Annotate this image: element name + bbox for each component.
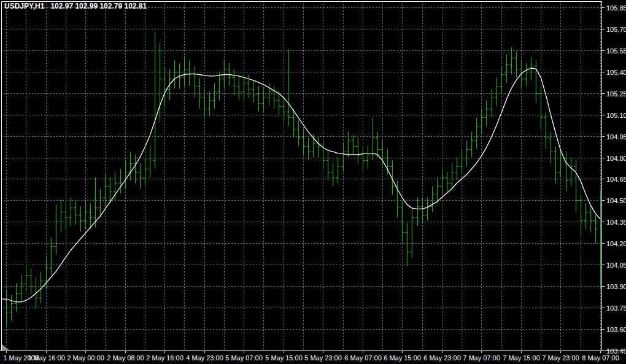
ohlc-bar [441, 169, 444, 195]
ohlc-bar [55, 204, 58, 255]
ohlc-bar [549, 132, 553, 163]
time-axis-label: 5 May 07:00 [225, 354, 263, 362]
ohlc-bar [238, 77, 241, 100]
time-axis-label: 4 May 23:00 [186, 354, 223, 362]
ohlc-bar [361, 146, 365, 172]
ohlc-bar [376, 132, 380, 158]
ohlc-bar [153, 32, 157, 169]
ohlc-bar [208, 91, 212, 116]
ohlc-bar [406, 223, 409, 266]
ohlc-bar [25, 265, 28, 292]
ohlc-bar [455, 158, 459, 180]
ohlc-bar [495, 77, 499, 106]
ohlc-bar [525, 63, 528, 86]
ohlc-bar [594, 215, 598, 244]
ohlc-bar [104, 175, 107, 206]
ohlc-bar [554, 146, 558, 184]
ohlc-bar [203, 89, 207, 118]
time-axis-label: 2 May 00:00 [67, 354, 104, 362]
ohlc-bar [535, 60, 538, 103]
time-axis-label: 1 May 16:00 [28, 354, 65, 362]
price-axis-label: 104.50 [606, 197, 626, 204]
price-chart-canvas[interactable]: 105.85105.70105.55105.40105.25105.10104.… [0, 0, 626, 364]
ohlc-bar [470, 132, 474, 158]
ohlc-bar [347, 132, 350, 158]
ohlc-bar [149, 146, 152, 177]
ohlc-bar [307, 137, 311, 160]
symbol-timeframe-label: USDJPY,H1 [4, 2, 44, 10]
ohlc-bar [336, 158, 340, 184]
ohlc-bar [574, 160, 578, 212]
ohlc-bar [342, 143, 346, 172]
ohlc-bar [183, 58, 187, 87]
ohlc-bar [198, 77, 202, 109]
chart-window: USDJPY,H1102.97 102.99 102.79 102.81 105… [0, 0, 626, 364]
ohlc-bar [386, 149, 390, 175]
ohlc-bar [505, 55, 509, 83]
time-axis-label: 2 May 16:00 [146, 354, 184, 362]
ohlc-bar [10, 295, 14, 320]
ohlc-bar [233, 69, 236, 95]
ohlc-bar [515, 52, 519, 77]
ohlc-bar [173, 60, 177, 89]
price-axis-label: 104.80 [606, 155, 626, 162]
ohlc-bar [302, 129, 306, 155]
ohlc-bar [436, 177, 439, 203]
ohlc-bar [460, 149, 464, 175]
ohlc-bar [74, 200, 78, 225]
time-axis-label: 6 May 15:00 [384, 354, 421, 362]
ohlc-bar [589, 206, 593, 232]
price-axis-label: 105.55 [606, 47, 626, 55]
ohlc-bar [193, 66, 197, 97]
ohlc-bar [20, 275, 23, 301]
ohlc-bar [450, 163, 454, 189]
moving-average-line [2, 68, 600, 302]
ohlc-bar [84, 200, 88, 229]
ohlc-bar [262, 89, 266, 112]
ohlc-bar [500, 66, 504, 95]
ohlc-bar [257, 86, 261, 112]
price-axis-label: 104.20 [606, 240, 626, 247]
ohlc-bar [544, 112, 548, 149]
ohlc-bar [331, 163, 335, 186]
time-axis-label: 5 May 15:00 [265, 354, 303, 362]
ohlc-bar [381, 141, 385, 166]
ohlc-bar [242, 74, 246, 100]
ohlc-bar [163, 66, 167, 107]
ohlc-bar [570, 158, 573, 187]
ohlc-bar [64, 203, 68, 229]
ohlc-bar [247, 74, 251, 97]
ohlc-bar [124, 160, 128, 189]
time-axis-label: 2 May 08:00 [107, 354, 144, 362]
price-axis-label: 104.95 [606, 133, 626, 141]
ohlc-bar [188, 60, 191, 86]
price-axis-label: 103.75 [606, 304, 626, 312]
price-axis-label: 104.05 [606, 261, 626, 269]
price-axis-label: 103.90 [606, 283, 626, 290]
time-axis-label: 7 May 23:00 [542, 354, 579, 362]
ohlc-bar [144, 158, 147, 187]
time-axis-label: 5 May 23:00 [304, 354, 342, 362]
ohlc-bar [327, 152, 330, 180]
price-axis-label: 105.25 [606, 90, 626, 98]
ohlc-bar [431, 186, 435, 212]
ohlc-bar [79, 206, 83, 232]
ohlc-bar [317, 136, 320, 158]
ohlc-bar [584, 203, 588, 229]
ohlc-bar [352, 134, 355, 155]
ohlc-bar [480, 109, 484, 134]
ohlc-bar [129, 152, 133, 180]
ohlc-bar [139, 163, 142, 189]
ohlc-bar [490, 89, 494, 118]
ohlc-bar [252, 80, 256, 103]
last-bar-quotes: 102.97 102.99 102.79 102.81 [50, 2, 147, 10]
price-axis-label: 105.70 [606, 26, 626, 33]
price-axis-label: 103.60 [606, 326, 626, 333]
corner-triangle-marker [2, 344, 9, 350]
ohlc-bar [29, 269, 33, 295]
ohlc-bar [287, 49, 291, 126]
time-axis-label: 8 May 07:00 [582, 354, 619, 362]
time-axis-label: 7 May 15:00 [503, 354, 540, 362]
ohlc-bar [119, 169, 123, 193]
time-axis-label: 6 May 23:00 [423, 354, 461, 362]
